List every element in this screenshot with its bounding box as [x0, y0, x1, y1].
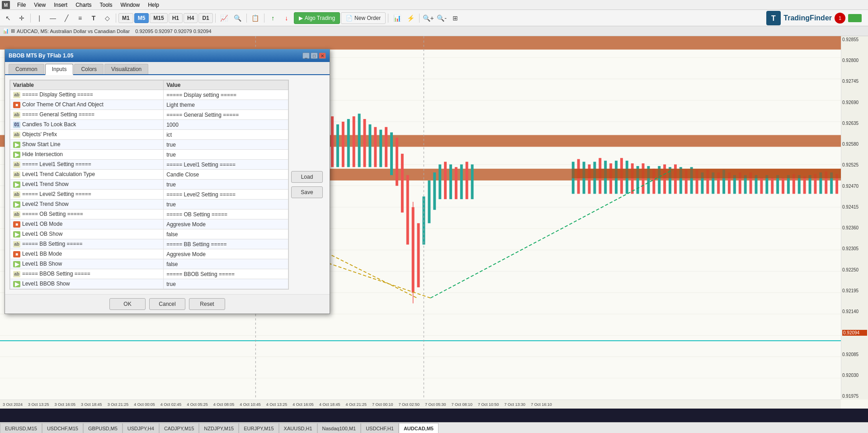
tf-m1[interactable]: M1 — [118, 13, 133, 23]
vertical-line-tool[interactable]: | — [33, 12, 46, 24]
cursor-tool[interactable]: ↖ — [2, 12, 14, 24]
bottom-tab-gbpusd-m5[interactable]: GBPUSD,M5 — [83, 423, 123, 433]
dialog-titlebar[interactable]: BBOB MT5 By TFlab 1.05 _ □ ✕ — [5, 49, 330, 62]
val-cell[interactable]: Light theme — [164, 100, 288, 110]
val-cell[interactable]: ict — [164, 130, 288, 140]
trendline-tool[interactable]: ╱ — [60, 12, 73, 24]
zoom-in-btn2[interactable]: 🔍+ — [422, 12, 434, 24]
bottom-tab-eurusd-m15[interactable]: EURUSD,M15 — [0, 423, 42, 433]
table-row[interactable]: ab===== BB Setting ========== BB Setting… — [10, 239, 288, 249]
val-cell[interactable]: ===== Level1 Setting ===== — [164, 160, 288, 170]
ok-btn[interactable]: OK — [109, 298, 146, 310]
load-btn[interactable]: Load — [291, 171, 323, 183]
val-cell[interactable]: ===== BB Setting ===== — [164, 239, 288, 249]
table-row[interactable]: ■Level1 BB ModeAggresive Mode — [10, 249, 288, 259]
algo-trading-btn[interactable]: ▶ Algo Trading — [294, 12, 340, 24]
table-row[interactable]: ▶Level1 BBOB Showtrue — [10, 279, 288, 289]
val-cell[interactable]: true — [164, 279, 288, 289]
val-cell[interactable]: Aggresive Mode — [164, 249, 288, 259]
shapes-tool[interactable]: ◇ — [101, 12, 113, 24]
table-row[interactable]: ab===== BBOB Setting ========== BBOB Set… — [10, 269, 288, 279]
tf-m15[interactable]: M15 — [150, 13, 167, 23]
bottom-tab-usdjpy-h4[interactable]: USDJPY,H4 — [123, 423, 159, 433]
val-cell[interactable]: true — [164, 140, 288, 150]
dialog-minimize-btn[interactable]: _ — [302, 52, 310, 59]
table-row[interactable]: ab===== Level1 Setting ========== Level1… — [10, 160, 288, 170]
reset-btn[interactable]: Reset — [189, 298, 225, 310]
strategy-btn[interactable]: ⚡ — [404, 12, 417, 24]
tf-h1[interactable]: H1 — [169, 13, 183, 23]
val-cell[interactable]: ===== BBOB Setting ===== — [164, 269, 288, 279]
table-row[interactable]: abObjects' Prefixict — [10, 130, 288, 140]
menu-window[interactable]: Window — [117, 1, 144, 9]
table-row[interactable]: ▶Level2 Trend Showtrue — [10, 200, 288, 209]
params-table-wrapper[interactable]: Variable Value ab===== Display Setting =… — [9, 80, 289, 290]
table-row[interactable]: 01Candles To Look Back1000 — [10, 120, 288, 130]
chart-type-btn[interactable]: 📈 — [218, 12, 231, 24]
zoom-in-btn[interactable]: 🔍 — [231, 12, 244, 24]
bottom-tab-eurjpy-m15[interactable]: EURJPY,M15 — [239, 423, 278, 433]
bottom-tab-xauusd-h1[interactable]: XAUUSD,H1 — [279, 423, 317, 433]
sell-btn[interactable]: ↓ — [280, 12, 293, 24]
menu-tools[interactable]: Tools — [96, 1, 116, 9]
template-btn[interactable]: 📋 — [249, 12, 262, 24]
menu-insert[interactable]: Insert — [50, 1, 71, 9]
val-cell[interactable]: false — [164, 229, 288, 239]
crosshair-tool[interactable]: ✛ — [15, 12, 28, 24]
bottom-tab-cadjpy-m15[interactable]: CADJPY,M15 — [159, 423, 199, 433]
table-row[interactable]: ▶Level1 BB Showfalse — [10, 259, 288, 269]
tab-common[interactable]: Common — [9, 64, 44, 74]
table-row[interactable]: ▶Level1 OB Showfalse — [10, 229, 288, 239]
table-row[interactable]: abLevel1 Trend Calculation TypeCandle Cl… — [10, 170, 288, 180]
zoom-out-btn[interactable]: 🔍- — [435, 12, 448, 24]
tab-visualization[interactable]: Visualization — [104, 64, 148, 74]
val-cell[interactable]: ===== OB Setting ===== — [164, 209, 288, 219]
text-tool[interactable]: T — [87, 12, 100, 24]
val-cell[interactable]: true — [164, 200, 288, 209]
table-row[interactable]: ab===== General Setting ========== Gener… — [10, 110, 288, 120]
bottom-tab-nasdaq100-m1[interactable]: Nasdaq100,M1 — [317, 423, 361, 433]
dialog-restore-btn[interactable]: □ — [311, 52, 318, 59]
val-cell[interactable]: 1000 — [164, 120, 288, 130]
bottom-tab-audcad-m5[interactable]: AUDCAD,M5 — [399, 423, 439, 433]
table-row[interactable]: ab===== OB Setting ========== OB Setting… — [10, 209, 288, 219]
indicator-btn[interactable]: 📊 — [391, 12, 403, 24]
cancel-btn[interactable]: Cancel — [149, 298, 185, 310]
val-cell[interactable]: ===== Level2 Setting ===== — [164, 190, 288, 200]
table-row[interactable]: ▶Level1 Trend Showtrue — [10, 180, 288, 190]
val-cell[interactable]: false — [164, 259, 288, 269]
val-cell[interactable]: true — [164, 180, 288, 190]
val-cell[interactable]: ===== General Setting ===== — [164, 110, 288, 120]
menu-view[interactable]: View — [30, 1, 49, 9]
buy-btn[interactable]: ↑ — [267, 12, 279, 24]
bottom-tab-usdchf-m15[interactable]: USDCHF,M15 — [42, 423, 83, 433]
tf-m5[interactable]: M5 — [134, 13, 149, 23]
channel-tool[interactable]: ≡ — [74, 12, 86, 24]
save-btn[interactable]: Save — [291, 186, 323, 198]
table-row[interactable]: ab===== Level2 Setting ========== Level2… — [10, 190, 288, 200]
tf-h4[interactable]: H4 — [184, 13, 198, 23]
val-cell[interactable]: true — [164, 150, 288, 160]
menu-charts[interactable]: Charts — [72, 1, 95, 9]
horizontal-line-tool[interactable]: — — [47, 12, 59, 24]
grid-btn[interactable]: ⊞ — [449, 12, 462, 24]
table-row[interactable]: ▶Hide Intersectiontrue — [10, 150, 288, 160]
menu-file[interactable]: File — [14, 1, 29, 9]
table-row[interactable]: ab===== Display Setting ========== Displ… — [10, 90, 288, 100]
bottom-tab-usdchf-h1[interactable]: USDCHF,H1 — [361, 423, 399, 433]
val-cell[interactable]: Candle Close — [164, 170, 288, 180]
val-cell[interactable]: Aggresive Mode — [164, 219, 288, 229]
table-row[interactable]: ▶Show Start Linetrue — [10, 140, 288, 150]
table-row[interactable]: ■Color Theme Of Chart And ObjectLight th… — [10, 100, 288, 110]
notification-badge[interactable]: 1 — [835, 13, 845, 24]
bottom-tab-nzdjpy-m15[interactable]: NZDJPY,M15 — [199, 423, 239, 433]
dialog-close-btn[interactable]: ✕ — [319, 52, 326, 59]
table-row[interactable]: ■Level1 OB ModeAggresive Mode — [10, 219, 288, 229]
menu-help[interactable]: Help — [144, 1, 163, 9]
time-label-11: 4 Oct 16:05 — [290, 402, 316, 407]
val-cell[interactable]: ===== Display setting ===== — [164, 90, 288, 100]
new-order-btn[interactable]: 📄 New Order — [341, 12, 386, 24]
tab-colors[interactable]: Colors — [74, 64, 104, 74]
tf-d1[interactable]: D1 — [198, 13, 212, 23]
tab-inputs[interactable]: Inputs — [45, 64, 74, 75]
